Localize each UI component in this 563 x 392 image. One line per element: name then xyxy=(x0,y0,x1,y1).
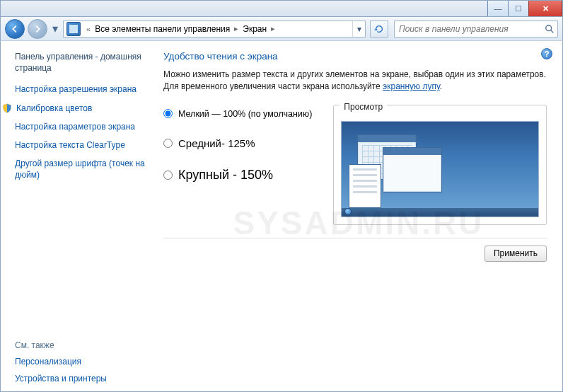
chevron-right-icon: ▸ xyxy=(268,24,278,33)
address-dropdown[interactable]: ▾ xyxy=(352,21,365,37)
page-title: Удобство чтения с экрана xyxy=(163,51,547,62)
breadcrumb-current[interactable]: Экран xyxy=(241,24,268,34)
navigation-bar: ▾ « Все элементы панели управления ▸ Экр… xyxy=(0,16,563,41)
breadcrumb-root[interactable]: Все элементы панели управления xyxy=(93,24,231,34)
sidebar-link[interactable]: Калибровка цветов xyxy=(16,103,92,114)
close-icon: ✕ xyxy=(542,4,549,13)
main-panel: ? Удобство чтения с экрана Можно изменит… xyxy=(155,41,562,391)
control-panel-icon xyxy=(66,22,81,36)
page-description: Можно изменить размер текста и других эл… xyxy=(163,69,547,93)
breadcrumb-prefix: « xyxy=(83,25,93,33)
scale-option[interactable]: Мелкий — 100% (по умолчанию) xyxy=(163,109,312,119)
refresh-icon xyxy=(374,24,384,34)
preview-window-icon xyxy=(383,147,442,192)
scale-radio[interactable] xyxy=(163,139,173,148)
close-button[interactable]: ✕ xyxy=(528,1,562,16)
chevron-right-icon: ▸ xyxy=(231,24,241,33)
back-arrow-icon xyxy=(10,24,20,34)
minimize-button[interactable]: — xyxy=(487,1,509,16)
control-panel-home-link[interactable]: Панель управления - домашняя страница xyxy=(15,51,146,74)
sidebar-link[interactable]: Другой размер шрифта (точек на дюйм) xyxy=(15,158,146,180)
search-input[interactable] xyxy=(395,24,542,34)
forward-arrow-icon xyxy=(33,24,42,34)
maximize-icon: ☐ xyxy=(515,4,522,13)
magnifier-link[interactable]: экранную лупу xyxy=(383,81,440,91)
preview-image xyxy=(341,121,539,217)
see-also-heading: См. также xyxy=(15,340,146,350)
scale-option-label: Крупный - 150% xyxy=(178,168,273,183)
apply-button[interactable]: Применить xyxy=(484,246,547,262)
search-icon[interactable] xyxy=(542,24,557,34)
see-also-link[interactable]: Персонализация xyxy=(15,356,146,367)
refresh-button[interactable] xyxy=(370,21,388,38)
client-area: Панель управления - домашняя страница На… xyxy=(0,41,563,392)
sidebar: Панель управления - домашняя страница На… xyxy=(1,41,155,391)
scale-option[interactable]: Крупный - 150% xyxy=(163,168,312,183)
scale-option[interactable]: Средний- 125% xyxy=(163,137,312,149)
minimize-icon: — xyxy=(494,4,502,13)
maximize-button[interactable]: ☐ xyxy=(508,1,529,16)
address-bar[interactable]: « Все элементы панели управления ▸ Экран… xyxy=(63,21,366,38)
sidebar-link[interactable]: Настройка параметров экрана xyxy=(15,121,146,132)
window-titlebar: — ☐ ✕ xyxy=(0,0,563,16)
svg-line-1 xyxy=(551,30,554,33)
shield-icon xyxy=(2,103,12,113)
back-button[interactable] xyxy=(5,19,25,39)
preview-taskbar-icon xyxy=(342,208,538,217)
nav-history-dropdown[interactable]: ▾ xyxy=(50,22,60,36)
scale-option-label: Средний- 125% xyxy=(178,137,255,149)
forward-button[interactable] xyxy=(28,19,47,39)
scale-radio[interactable] xyxy=(163,171,173,180)
preview-box: Просмотр xyxy=(333,105,547,225)
search-box[interactable] xyxy=(394,21,558,38)
see-also-link[interactable]: Устройства и принтеры xyxy=(15,373,146,384)
svg-point-0 xyxy=(546,25,552,30)
preview-label: Просмотр xyxy=(339,102,387,112)
scale-option-label: Мелкий — 100% (по умолчанию) xyxy=(178,109,312,119)
scale-options: Мелкий — 100% (по умолчанию)Средний- 125… xyxy=(163,105,312,225)
help-button[interactable]: ? xyxy=(541,48,552,59)
preview-doc-icon xyxy=(349,164,381,208)
sidebar-link[interactable]: Настройка разрешения экрана xyxy=(15,83,146,95)
sidebar-link[interactable]: Настройка текста ClearType xyxy=(15,139,146,151)
scale-radio[interactable] xyxy=(163,109,173,118)
